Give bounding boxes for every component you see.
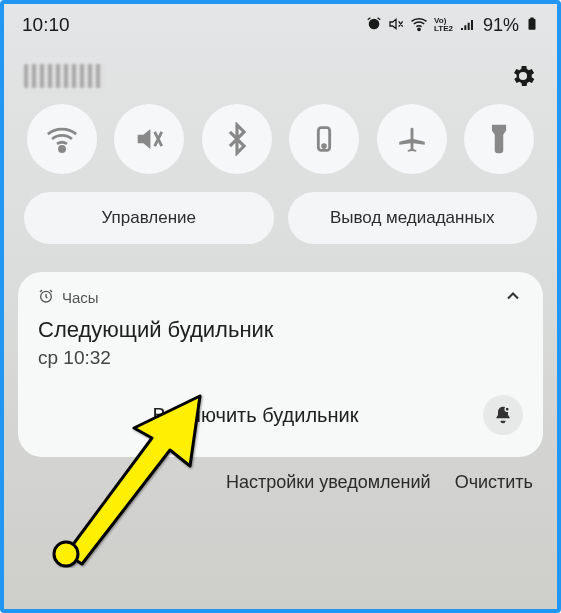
device-control-label: Управление — [101, 208, 196, 228]
clock-app-icon — [38, 288, 54, 307]
flashlight-tile[interactable] — [464, 104, 534, 174]
notification-settings-button[interactable]: Настройки уведомлений — [226, 472, 431, 493]
volte-icon: Vo)LTE2 — [434, 17, 453, 33]
svg-point-0 — [418, 28, 420, 30]
svg-rect-2 — [530, 17, 534, 19]
svg-point-3 — [59, 146, 64, 151]
media-output-label: Вывод медиаданных — [330, 208, 495, 228]
svg-point-7 — [505, 407, 509, 411]
alarm-bell-icon[interactable] — [483, 395, 523, 435]
svg-rect-1 — [529, 18, 536, 29]
mute-icon — [388, 16, 404, 35]
notification-subtitle: ср 10:32 — [38, 347, 523, 369]
rotation-tile[interactable] — [289, 104, 359, 174]
wifi-tile[interactable] — [27, 104, 97, 174]
alarm-notification[interactable]: Часы Следующий будильник ср 10:32 Выключ… — [18, 272, 543, 457]
bluetooth-tile[interactable] — [202, 104, 272, 174]
battery-text: 91% — [483, 15, 519, 36]
chevron-up-icon[interactable] — [503, 286, 523, 309]
alarm-icon — [366, 16, 382, 35]
clock-text: 10:10 — [22, 14, 70, 36]
clear-all-button[interactable]: Очистить — [455, 472, 533, 493]
device-name-blurred — [24, 64, 104, 88]
status-bar: 10:10 Vo)LTE2 91% — [4, 4, 557, 46]
wifi-icon — [410, 15, 428, 36]
media-output-button[interactable]: Вывод медиаданных — [288, 192, 538, 244]
status-icons: Vo)LTE2 91% — [366, 15, 539, 36]
dismiss-alarm-button[interactable]: Выключить будильник — [38, 404, 473, 427]
notification-app-name: Часы — [62, 289, 99, 306]
gear-icon[interactable] — [509, 62, 537, 90]
svg-point-5 — [323, 145, 326, 148]
airplane-tile[interactable] — [377, 104, 447, 174]
battery-icon — [525, 15, 539, 36]
device-control-button[interactable]: Управление — [24, 192, 274, 244]
notification-title: Следующий будильник — [38, 317, 523, 343]
signal-icon — [459, 16, 475, 35]
sound-tile[interactable] — [114, 104, 184, 174]
quick-settings-row — [4, 104, 557, 174]
